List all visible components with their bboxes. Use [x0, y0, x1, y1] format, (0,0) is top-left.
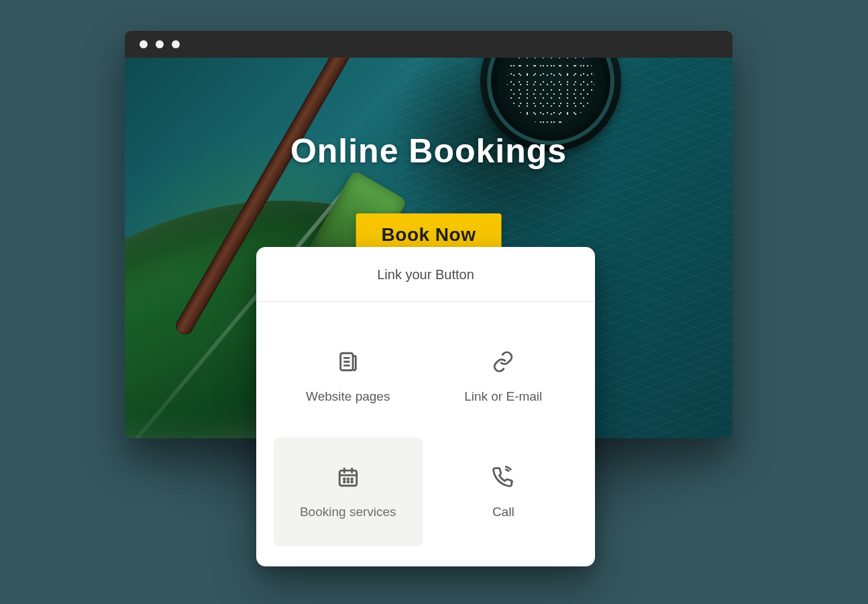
- svg-point-12: [347, 481, 349, 483]
- svg-point-13: [351, 481, 353, 483]
- link-button-popover: Link your Button Website pages: [256, 247, 595, 566]
- svg-point-9: [347, 479, 349, 480]
- calendar-icon: [337, 466, 360, 491]
- option-label: Booking services: [300, 505, 396, 519]
- pages-icon: [337, 350, 360, 376]
- svg-point-10: [351, 479, 353, 480]
- option-label: Call: [492, 505, 514, 519]
- window-dot-3[interactable]: [172, 40, 180, 48]
- option-website-pages[interactable]: Website pages: [274, 322, 423, 431]
- link-icon: [492, 350, 514, 376]
- popover-option-grid: Website pages Link or E-mail: [256, 302, 595, 566]
- window-dot-1[interactable]: [140, 40, 148, 48]
- option-booking-services[interactable]: Booking services: [274, 438, 423, 546]
- browser-titlebar: [125, 31, 733, 58]
- option-label: Website pages: [306, 389, 390, 404]
- popover-title: Link your Button: [256, 247, 595, 302]
- option-call[interactable]: Call: [429, 438, 578, 546]
- svg-point-11: [343, 481, 345, 483]
- hero-title: Online Bookings: [125, 132, 733, 170]
- canvas: Online Bookings Book Now Link your Butto…: [0, 0, 868, 604]
- option-link-or-email[interactable]: Link or E-mail: [429, 322, 578, 431]
- option-label: Link or E-mail: [464, 389, 542, 404]
- svg-point-8: [343, 479, 345, 480]
- window-dot-2[interactable]: [156, 40, 164, 48]
- phone-icon: [492, 466, 514, 491]
